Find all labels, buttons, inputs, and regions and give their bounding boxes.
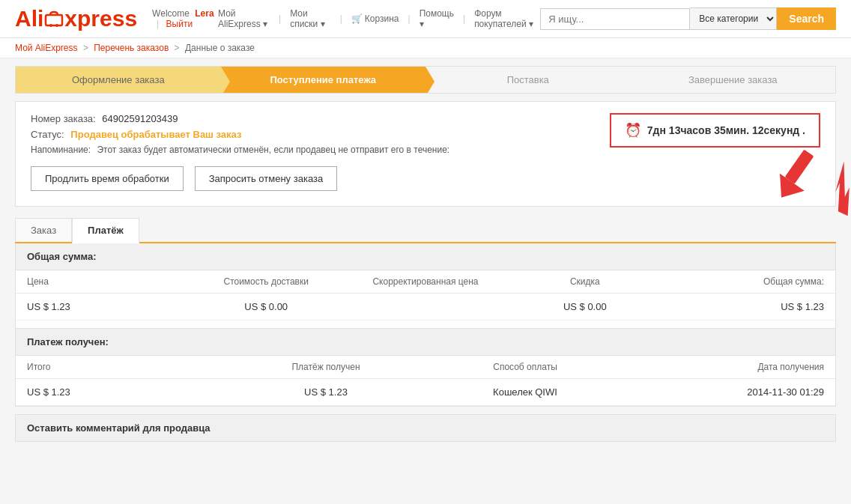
cancel-order-button[interactable]: Запросить отмену заказа (195, 166, 337, 191)
nav-forum[interactable]: Форум покупателей ▾ (474, 8, 540, 29)
order-reminder-text: Этот заказ будет автоматически отменён, … (97, 145, 449, 155)
username: Lera (195, 8, 213, 19)
tabs: Заказ Платёж (15, 218, 836, 243)
cell-adjusted (346, 301, 506, 312)
logo-express: xpress (64, 6, 137, 31)
cell-delivery: US $ 0.00 (187, 301, 346, 312)
col-discount-header: Скидка (505, 276, 664, 287)
order-status-row: Статус: Продавец обрабатывает Ваш заказ (31, 129, 449, 140)
step-ordering: Оформление заказа (16, 67, 221, 93)
arrow-icon (769, 143, 829, 203)
tab-payment[interactable]: Платёж (72, 218, 139, 243)
order-action-buttons: Продлить время обработки Запросить отмен… (31, 166, 820, 191)
search-input[interactable] (540, 8, 690, 30)
pcol-method-header: Способ оплаты (426, 362, 625, 372)
pcol-date-header: Дата получения (625, 362, 824, 372)
timer-value: 7дн 13часов 35мин. 12секунд . (647, 124, 805, 136)
order-number-row: Номер заказа: 64902591203439 (31, 113, 449, 124)
pcol-total-header: Итого (27, 362, 226, 372)
col-total-header: Общая сумма: (664, 276, 824, 287)
search-form: Все категории Search (540, 7, 836, 30)
pcell-method: Кошелек QIWI (426, 386, 625, 398)
cell-discount: US $ 0.00 (505, 301, 664, 312)
extend-time-button[interactable]: Продлить время обработки (31, 166, 184, 191)
header-nav: Мой AliExpress ▾ | Мои списки ▾ | 🛒 Корз… (218, 8, 540, 29)
total-section-header: Общая сумма: (16, 243, 835, 270)
order-number-value: 64902591203439 (102, 113, 178, 124)
svg-point-1 (49, 24, 52, 27)
total-section: Общая сумма: Цена Стоимость доставки Ско… (15, 243, 836, 407)
order-reminder-row: Напоминание: Этот заказ будет автоматиче… (31, 145, 449, 155)
col-delivery-header: Стоимость доставки (187, 276, 346, 287)
breadcrumb-orders[interactable]: Перечень заказов (94, 43, 169, 53)
pcell-received: US $ 1.23 (226, 386, 426, 398)
search-button[interactable]: Search (777, 7, 836, 30)
svg-rect-5 (785, 150, 814, 184)
pcell-total: US $ 1.23 (27, 386, 226, 398)
order-status-value: Продавец обрабатывает Ваш заказ (70, 129, 241, 140)
breadcrumb-sep-1: > (83, 43, 88, 53)
progress-bar: Оформление заказа Поступление платежа По… (15, 66, 836, 94)
order-info-left: Номер заказа: 64902591203439 Статус: Про… (31, 113, 449, 155)
payment-column-headers: Итого Платёж получен Способ оплаты Дата … (16, 356, 835, 379)
pcell-date: 2014-11-30 01:29 (625, 386, 824, 398)
payment-section-header: Платеж получен: (16, 328, 835, 356)
nav-help[interactable]: Помощь ▾ (420, 8, 454, 29)
step-completion: Завершение заказа (631, 67, 836, 93)
logo-text: Ali (15, 6, 43, 31)
total-column-headers: Цена Стоимость доставки Скорректированна… (16, 270, 835, 294)
svg-point-2 (55, 24, 58, 27)
step-payment: Поступление платежа (221, 67, 426, 93)
payment-section: Платеж получен: Итого Платёж получен Спо… (16, 328, 835, 406)
nav-cart[interactable]: 🛒 Корзина (351, 13, 399, 24)
order-card: Номер заказа: 64902591203439 Статус: Про… (15, 101, 836, 207)
category-select[interactable]: Все категории (690, 7, 777, 30)
comment-section-header: Оставить комментарий для продавца (16, 415, 835, 441)
breadcrumb-current: Данные о заказе (185, 43, 255, 53)
payment-table-row: US $ 1.23 US $ 1.23 Кошелек QIWI 2014-11… (16, 379, 835, 406)
order-number-label: Номер заказа: (31, 113, 96, 124)
breadcrumb-my-aliexpress[interactable]: Мой AliExpress (15, 43, 78, 53)
arrow-visual (769, 143, 829, 205)
logo: Ali xpress (15, 6, 137, 31)
header-welcome: Welcome Lera | Выйти (152, 8, 218, 29)
step-delivery: Поставка (426, 67, 631, 93)
breadcrumb: Мой AliExpress > Перечень заказов > Данн… (0, 38, 851, 58)
order-status-label: Статус: (31, 129, 64, 140)
svg-rect-0 (46, 15, 62, 25)
table-row: US $ 1.23 US $ 0.00 US $ 0.00 US $ 1.23 (16, 294, 835, 321)
order-reminder-label: Напоминание: (31, 145, 91, 155)
nav-my-aliexpress[interactable]: Мой AliExpress ▾ (218, 8, 270, 29)
cart-icon: 🛒 (351, 13, 363, 24)
breadcrumb-sep-2: > (175, 43, 180, 53)
cell-total: US $ 1.23 (664, 301, 824, 312)
tab-order[interactable]: Заказ (15, 218, 72, 242)
header: Ali xpress Welcome Lera | Выйти Мой AliE… (0, 0, 851, 38)
cell-price: US $ 1.23 (27, 301, 187, 312)
logout-link[interactable]: Выйти (166, 19, 193, 29)
comment-section: Оставить комментарий для продавца (15, 414, 836, 442)
nav-my-lists[interactable]: Мои списки ▾ (290, 8, 331, 29)
pcol-received-header: Платёж получен (226, 362, 426, 372)
col-adjusted-header: Скорректированная цена (346, 276, 506, 287)
timer-clock-icon: ⏰ (625, 122, 641, 139)
col-price-header: Цена (27, 276, 187, 287)
logo-cart-icon (44, 10, 64, 27)
